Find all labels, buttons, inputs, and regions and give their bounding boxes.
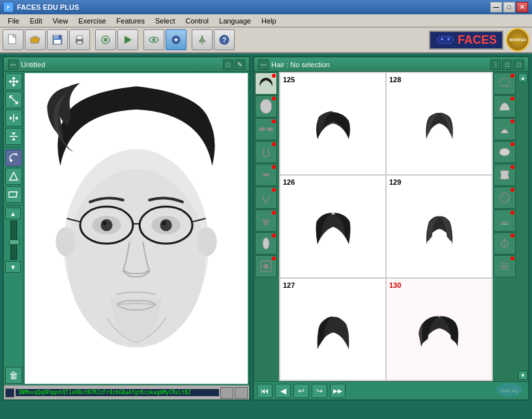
- menu-select[interactable]: Select: [150, 16, 181, 26]
- thumb-r5[interactable]: [494, 164, 516, 186]
- slider-thumb[interactable]: [9, 240, 20, 245]
- play-button[interactable]: [117, 29, 138, 50]
- svg-point-14: [201, 42, 203, 44]
- hair-num-126: 126: [283, 178, 383, 186]
- right-panel-title: Hair : No selection: [271, 61, 330, 69]
- faces-logo: FACES: [429, 31, 503, 50]
- move-btn[interactable]: [5, 73, 22, 90]
- print-button[interactable]: [69, 29, 90, 50]
- thumb-r4[interactable]: [494, 141, 516, 163]
- hair-img-127: [283, 290, 383, 377]
- nav-play-btn[interactable]: ▶▶: [330, 384, 346, 398]
- right-scroll-strip: ▲ ▼: [518, 72, 528, 381]
- nav-redo-btn[interactable]: ↪: [312, 384, 327, 398]
- right-close-btn[interactable]: □: [514, 59, 524, 70]
- hair-img-125: [283, 85, 383, 172]
- thumb-strip-left: [254, 72, 279, 381]
- scroll-down-btn[interactable]: ▼: [518, 371, 527, 380]
- nav-prev-btn[interactable]: ◀: [275, 384, 291, 398]
- flip-h-btn[interactable]: [5, 110, 22, 127]
- status-btn-2[interactable]: [235, 387, 248, 399]
- capture-button[interactable]: [95, 29, 116, 50]
- left-panel-minimize[interactable]: —: [8, 59, 18, 70]
- slider-track[interactable]: [10, 221, 17, 260]
- thumb-eyes[interactable]: [255, 118, 277, 140]
- close-button[interactable]: ✕: [516, 2, 528, 12]
- hair-cell-128[interactable]: 128: [386, 72, 492, 175]
- maximize-button[interactable]: □: [503, 2, 515, 12]
- thumb-misc[interactable]: [255, 255, 277, 277]
- thumb-beard[interactable]: [255, 210, 277, 232]
- svg-rect-7: [77, 41, 82, 44]
- rotate-btn[interactable]: [5, 149, 22, 166]
- right-panel-header: — Hair : No selection ⋮ □ □: [254, 57, 528, 72]
- alert-button[interactable]: [192, 29, 213, 50]
- menu-control[interactable]: Control: [181, 16, 214, 26]
- menu-features[interactable]: Features: [111, 16, 150, 26]
- new-button[interactable]: [3, 29, 23, 50]
- nav-first-btn[interactable]: ⏮: [257, 384, 273, 398]
- svg-marker-10: [125, 36, 132, 44]
- thumb-ear[interactable]: [255, 232, 277, 255]
- help-button[interactable]: ?: [214, 29, 235, 50]
- menu-help[interactable]: Help: [256, 16, 282, 26]
- left-maximize-btn[interactable]: □: [223, 59, 233, 70]
- view-button[interactable]: [143, 29, 164, 50]
- menu-exercise[interactable]: Exercise: [73, 16, 111, 26]
- app-icon-text: F: [7, 5, 10, 10]
- thumb-nose[interactable]: [255, 141, 277, 163]
- hair-cell-127[interactable]: 127: [280, 278, 386, 380]
- hair-num-127: 127: [283, 281, 383, 289]
- menu-view[interactable]: View: [48, 16, 74, 26]
- hair-cell-126[interactable]: 126: [280, 175, 386, 277]
- thumb-r1[interactable]: [494, 72, 516, 95]
- slider-up-btn[interactable]: ▲: [5, 208, 21, 219]
- svg-line-49: [502, 195, 507, 200]
- hair-cell-125[interactable]: 125: [280, 72, 386, 175]
- nav-undo-btn[interactable]: ↩: [293, 384, 309, 398]
- thumb-mouth[interactable]: [255, 164, 277, 186]
- shape-btn[interactable]: [5, 168, 22, 185]
- face-illustration: [25, 73, 248, 384]
- minimize-button[interactable]: —: [490, 2, 502, 12]
- thumb-r6[interactable]: [494, 187, 516, 209]
- select-active-button[interactable]: [166, 29, 186, 50]
- svg-rect-2: [54, 35, 59, 39]
- status-text: 3NMn=qQq0PqqnhQT1eU8stN7RJzFr8zbG8aAYgtK…: [16, 389, 219, 396]
- open-button[interactable]: [25, 29, 46, 50]
- thumb-r2[interactable]: [494, 95, 516, 117]
- scroll-up-btn[interactable]: ▲: [518, 73, 527, 82]
- hair-num-128: 128: [389, 76, 489, 84]
- right-grip-btn[interactable]: ⋮: [490, 59, 501, 70]
- skew-btn[interactable]: [5, 186, 22, 203]
- right-panel-minimize[interactable]: —: [258, 59, 269, 70]
- flip-v-btn[interactable]: [5, 128, 22, 145]
- logo-area: FACES WANTED: [429, 28, 529, 52]
- title-bar: F FACES EDU PLUS — □ ✕: [0, 0, 532, 14]
- svg-point-18: [447, 38, 450, 40]
- menu-edit[interactable]: Edit: [25, 16, 48, 26]
- thumb-r8[interactable]: [494, 232, 516, 255]
- thumb-chin[interactable]: [255, 187, 277, 209]
- hair-cell-130[interactable]: 130: [386, 278, 492, 380]
- thumb-face[interactable]: [255, 95, 277, 117]
- menu-language[interactable]: Language: [214, 16, 256, 26]
- svg-point-42: [263, 238, 269, 249]
- menu-file[interactable]: File: [3, 16, 25, 26]
- slider-down-btn[interactable]: ▼: [5, 261, 21, 273]
- thumb-r7[interactable]: [494, 210, 516, 232]
- right-max-btn[interactable]: □: [502, 59, 512, 70]
- status-btn-1[interactable]: [220, 387, 233, 399]
- resize-btn[interactable]: [5, 91, 22, 108]
- thumb-hair[interactable]: [255, 72, 277, 95]
- trash-btn[interactable]: 🗑: [5, 367, 22, 384]
- thumb-r3[interactable]: [494, 118, 516, 140]
- save-button[interactable]: [47, 29, 68, 50]
- hair-cell-129[interactable]: 129: [386, 175, 492, 277]
- thumb-r9[interactable]: [494, 255, 516, 277]
- right-content: 125 128: [254, 72, 528, 381]
- left-edit-btn[interactable]: ✎: [235, 59, 245, 70]
- left-panel-title: Untitled: [21, 61, 45, 69]
- header-controls-right: ⋮ □ □: [490, 59, 524, 70]
- svg-point-21: [10, 159, 12, 162]
